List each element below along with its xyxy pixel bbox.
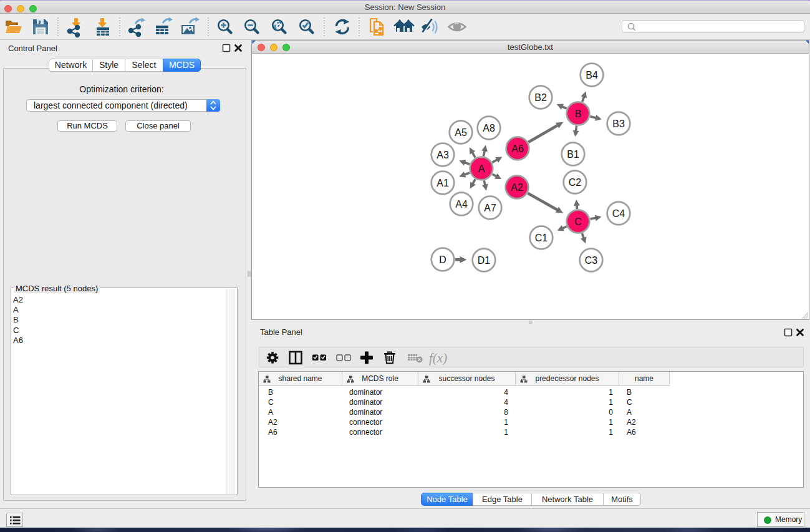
svg-text:B4: B4 bbox=[586, 70, 598, 80]
svg-text:A: A bbox=[478, 163, 485, 174]
svg-text:D: D bbox=[439, 254, 446, 265]
svg-text:B1: B1 bbox=[567, 149, 579, 160]
svg-text:D1: D1 bbox=[478, 255, 491, 266]
svg-text:B2: B2 bbox=[534, 92, 547, 103]
svg-text:A2: A2 bbox=[511, 182, 523, 193]
svg-text:A1: A1 bbox=[436, 178, 449, 188]
svg-text:C3: C3 bbox=[585, 255, 598, 266]
svg-text:A4: A4 bbox=[455, 199, 468, 210]
svg-text:A6: A6 bbox=[511, 143, 524, 154]
svg-text:A5: A5 bbox=[455, 127, 467, 138]
svg-text:C4: C4 bbox=[612, 208, 625, 219]
svg-text:B: B bbox=[575, 109, 582, 119]
svg-text:C2: C2 bbox=[569, 177, 582, 188]
svg-text:A8: A8 bbox=[483, 123, 495, 133]
svg-text:f(x): f(x) bbox=[429, 351, 447, 365]
svg-text:A3: A3 bbox=[436, 150, 449, 160]
svg-text:C: C bbox=[574, 216, 582, 227]
svg-text:A7: A7 bbox=[484, 203, 496, 213]
svg-text:B3: B3 bbox=[612, 118, 625, 129]
svg-text:C1: C1 bbox=[535, 233, 548, 243]
